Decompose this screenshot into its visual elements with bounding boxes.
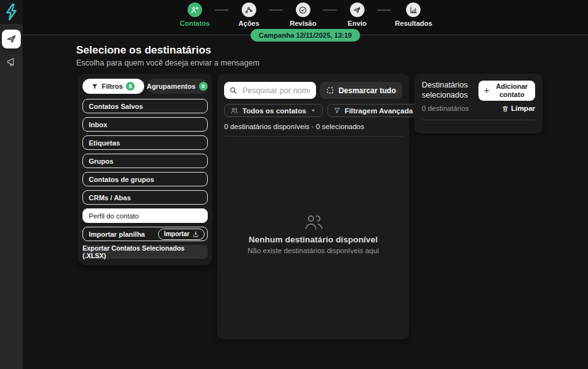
rail-item-campaigns[interactable] <box>2 30 21 48</box>
selected-panel-header: Destinatários selecionados Adicionar con… <box>422 81 535 101</box>
selected-panel-row: 0 destinatários Limpar <box>422 105 535 112</box>
selected-recipients-panel: Destinatários selecionados Adicionar con… <box>414 74 543 133</box>
search-row: Desmarcar tudo <box>224 82 402 99</box>
app-logo[interactable] <box>0 0 23 24</box>
tab-label: Filtros <box>101 82 123 90</box>
contacts-filter-label: Todos os contatos <box>242 107 306 115</box>
import-button[interactable]: Importar <box>158 229 205 240</box>
campaign-badge: Campanha 12/11/2025, 13:19 <box>251 29 360 42</box>
step-connector <box>269 9 283 11</box>
left-rail <box>0 0 23 369</box>
filter-item-grupos[interactable]: Grupos <box>82 154 208 168</box>
filter-pill-row: Todos os contatos Filtragem Avançada 0 <box>224 104 402 117</box>
step-label: Ações <box>239 20 259 27</box>
page-title: Selecione os destinatários <box>76 44 588 57</box>
step-contatos[interactable]: Contatos <box>178 3 211 27</box>
step-connector <box>323 9 337 11</box>
step-label: Resultados <box>395 20 432 27</box>
advanced-filter-label: Filtragem Avançada <box>344 107 412 115</box>
filter-item-perfil-do-contato[interactable]: Perfil do contato <box>82 208 208 223</box>
recipients-panel: Desmarcar tudo Todos os contatos <box>217 74 409 339</box>
clear-label: Limpar <box>511 105 535 112</box>
group-count-badge: 0 <box>199 82 208 91</box>
page-head: Selecione os destinatários Escolha para … <box>76 44 588 67</box>
filter-tabs: Filtros 8 Agrupamentos 0 <box>82 79 208 94</box>
people-outline-icon <box>303 214 324 230</box>
funnel-icon <box>91 83 98 90</box>
plus-icon <box>483 87 490 94</box>
tab-filtros[interactable]: Filtros 8 <box>82 79 144 94</box>
contacts-filter-dropdown[interactable]: Todos os contatos <box>224 104 323 117</box>
download-icon <box>193 231 199 237</box>
filter-count-badge: 8 <box>126 82 135 91</box>
megaphone-icon <box>6 57 17 67</box>
step-resultados[interactable]: Resultados <box>395 3 432 27</box>
content-columns: Filtros 8 Agrupamentos 0 Contatos Salvos… <box>78 74 588 339</box>
add-contact-button[interactable]: Adicionar contato <box>478 81 535 101</box>
campaign-stepper: Contatos Ações Revi <box>23 3 588 27</box>
empty-state-title: Nenhum destinatário disponível <box>249 235 378 244</box>
deselect-all-label: Desmarcar tudo <box>339 86 396 95</box>
search-icon <box>229 86 237 94</box>
chevron-down-icon <box>310 107 317 114</box>
step-connector <box>215 9 229 11</box>
divider <box>422 120 535 120</box>
search-input[interactable] <box>241 86 311 96</box>
trash-icon <box>502 105 509 112</box>
workflow-icon <box>242 3 256 17</box>
tab-agrupamentos[interactable]: Agrupamentos 0 <box>147 79 208 94</box>
import-row-label: Importar planilha <box>89 230 145 238</box>
selected-count: 0 destinatários <box>422 105 469 112</box>
empty-state-subtitle: Não existe destinatários disponíveis aqu… <box>247 247 378 254</box>
recipient-counts: 0 destinatários disponíveis · 0 selecion… <box>224 123 402 130</box>
filter-item-contatos-de-grupos[interactable]: Contatos de grupos <box>82 172 208 186</box>
empty-state: Nenhum destinatário disponível Não exist… <box>224 137 402 331</box>
main-area: Contatos Ações Revi <box>23 0 588 369</box>
page-subtitle: Escolha para quem você deseja enviar a m… <box>76 59 588 67</box>
paper-plane-icon <box>350 3 365 17</box>
check-circle-icon <box>296 3 310 17</box>
rail-item-broadcast[interactable] <box>0 57 23 67</box>
search-box[interactable] <box>224 82 316 99</box>
filter-item-importar-planilha[interactable]: Importar planilha Importar <box>82 227 208 241</box>
send-plane-icon <box>6 33 17 45</box>
step-revisao[interactable]: Revisão <box>286 3 319 27</box>
bar-chart-icon <box>406 3 421 17</box>
filters-panel: Filtros 8 Agrupamentos 0 Contatos Salvos… <box>78 74 212 265</box>
tab-label: Agrupamentos <box>147 82 196 90</box>
filter-item-contatos-salvos[interactable]: Contatos Salvos <box>82 99 208 113</box>
step-acoes[interactable]: Ações <box>232 3 265 27</box>
funnel-icon <box>334 107 341 114</box>
export-contacts-button[interactable]: Exportar Contatos Selecionados (.XLSX) <box>82 245 208 259</box>
step-label: Revisão <box>290 20 316 27</box>
import-button-label: Importar <box>164 230 189 237</box>
people-icon <box>230 106 239 115</box>
step-label: Contatos <box>180 20 210 27</box>
clear-button[interactable]: Limpar <box>502 105 535 112</box>
filter-item-etiquetas[interactable]: Etiquetas <box>82 135 208 150</box>
lightning-icon <box>4 3 19 21</box>
step-label: Envio <box>348 20 366 27</box>
step-connector <box>377 9 391 11</box>
filter-item-inbox[interactable]: Inbox <box>82 117 208 132</box>
deselect-all-button[interactable]: Desmarcar tudo <box>320 82 402 99</box>
selected-panel-title: Destinatários selecionados <box>422 81 478 100</box>
add-contact-label: Adicionar contato <box>494 82 530 99</box>
dashed-square-icon <box>326 86 334 94</box>
step-envio[interactable]: Envio <box>341 3 373 27</box>
person-add-icon <box>188 3 202 17</box>
filter-item-crms-abas[interactable]: CRMs / Abas <box>82 190 208 205</box>
